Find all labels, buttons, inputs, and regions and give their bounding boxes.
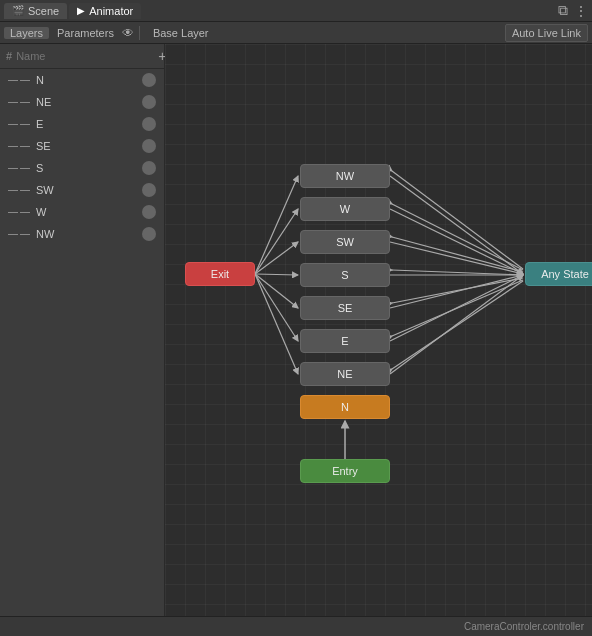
search-bar: # + ▾: [0, 44, 164, 69]
line2: [20, 212, 30, 213]
node-entry-label: Entry: [332, 465, 358, 477]
svg-line-22: [392, 281, 523, 369]
node-sw-label: SW: [336, 236, 354, 248]
layer-lines-icon: [8, 80, 30, 81]
svg-line-7: [255, 274, 298, 341]
svg-line-19: [392, 270, 523, 275]
layer-item-sw[interactable]: SW: [0, 179, 164, 201]
layer-item-ne[interactable]: NE: [0, 91, 164, 113]
line2: [20, 124, 30, 125]
layer-dot: [142, 139, 156, 153]
layer-lines-icon: [8, 190, 30, 191]
svg-line-10: [390, 209, 523, 274]
node-ne[interactable]: NE: [300, 362, 390, 386]
node-w[interactable]: W: [300, 197, 390, 221]
layer-dot: [142, 73, 156, 87]
line1: [8, 234, 18, 235]
auto-live-link-btn[interactable]: Auto Live Link: [505, 24, 588, 42]
sub-toolbar: Layers Parameters 👁 Base Layer Auto Live…: [0, 22, 592, 44]
tab-scene-label: Scene: [28, 5, 59, 17]
svg-line-17: [392, 204, 523, 270]
search-icon: #: [6, 50, 12, 62]
layer-dot: [142, 183, 156, 197]
layer-name: S: [8, 162, 43, 174]
line1: [8, 80, 18, 81]
tab-animator[interactable]: ▶ Animator: [69, 3, 141, 19]
node-se-label: SE: [338, 302, 353, 314]
main-content: # + ▾ N NE: [0, 44, 592, 616]
svg-line-8: [255, 274, 298, 374]
line2: [20, 80, 30, 81]
svg-line-2: [255, 176, 298, 274]
layer-label: N: [36, 74, 44, 86]
node-n[interactable]: N: [300, 395, 390, 419]
layer-item-se[interactable]: SE: [0, 135, 164, 157]
layer-item-n[interactable]: N: [0, 69, 164, 91]
layer-dot: [142, 205, 156, 219]
layer-name: W: [8, 206, 46, 218]
separator: [139, 26, 140, 40]
tab-scene[interactable]: 🎬 Scene: [4, 3, 67, 19]
line1: [8, 102, 18, 103]
layer-lines-icon: [8, 212, 30, 213]
layer-lines-icon: [8, 124, 30, 125]
line1: [8, 190, 18, 191]
layer-name: N: [8, 74, 44, 86]
svg-line-5: [255, 274, 298, 275]
svg-line-4: [255, 242, 298, 274]
layer-label: SW: [36, 184, 54, 196]
layer-lines-icon: [8, 102, 30, 103]
node-e-label: E: [341, 335, 348, 347]
layer-dot: [142, 95, 156, 109]
line1: [8, 124, 18, 125]
layer-item-e[interactable]: E: [0, 113, 164, 135]
node-any-state[interactable]: Any State: [525, 262, 592, 286]
more-icon[interactable]: ⋮: [574, 3, 588, 19]
node-e[interactable]: E: [300, 329, 390, 353]
search-input[interactable]: [16, 50, 154, 62]
line1: [8, 212, 18, 213]
layers-tab[interactable]: Layers: [4, 27, 49, 39]
node-s[interactable]: S: [300, 263, 390, 287]
layer-label: E: [36, 118, 43, 130]
layer-name: SE: [8, 140, 51, 152]
node-nw[interactable]: NW: [300, 164, 390, 188]
svg-line-14: [390, 275, 523, 341]
layer-name: NE: [8, 96, 51, 108]
layer-list: N NE E: [0, 69, 164, 616]
status-bar: CameraControler.controller: [0, 616, 592, 636]
svg-line-16: [392, 171, 523, 269]
svg-line-11: [390, 242, 523, 274]
scene-icon: 🎬: [12, 5, 24, 16]
node-exit-label: Exit: [211, 268, 229, 280]
layer-name: NW: [8, 228, 54, 240]
layer-label: NE: [36, 96, 51, 108]
animator-icon: ▶: [77, 5, 85, 16]
maximize-icon[interactable]: ⧉: [558, 2, 568, 19]
node-se[interactable]: SE: [300, 296, 390, 320]
layer-item-s[interactable]: S: [0, 157, 164, 179]
layer-dot: [142, 161, 156, 175]
line2: [20, 146, 30, 147]
svg-line-9: [390, 176, 523, 274]
node-any-state-label: Any State: [541, 268, 589, 280]
node-w-label: W: [340, 203, 350, 215]
svg-line-21: [392, 280, 523, 336]
parameters-tab[interactable]: Parameters: [51, 27, 120, 39]
node-entry[interactable]: Entry: [300, 459, 390, 483]
layer-label: NW: [36, 228, 54, 240]
svg-line-18: [392, 237, 523, 272]
layer-item-w[interactable]: W: [0, 201, 164, 223]
node-exit[interactable]: Exit: [185, 262, 255, 286]
tab-bar: 🎬 Scene ▶ Animator ⧉ ⋮: [0, 0, 592, 22]
layer-label: SE: [36, 140, 51, 152]
layer-item-nw[interactable]: NW: [0, 223, 164, 245]
eye-icon[interactable]: 👁: [122, 26, 134, 40]
node-sw[interactable]: SW: [300, 230, 390, 254]
layer-lines-icon: [8, 168, 30, 169]
node-ne-label: NE: [337, 368, 352, 380]
graph-area[interactable]: Exit Any State NW W SW S SE E: [165, 44, 592, 616]
tab-bar-right: ⧉ ⋮: [558, 2, 588, 19]
layer-dot: [142, 117, 156, 131]
base-layer-label: Base Layer: [145, 27, 217, 39]
